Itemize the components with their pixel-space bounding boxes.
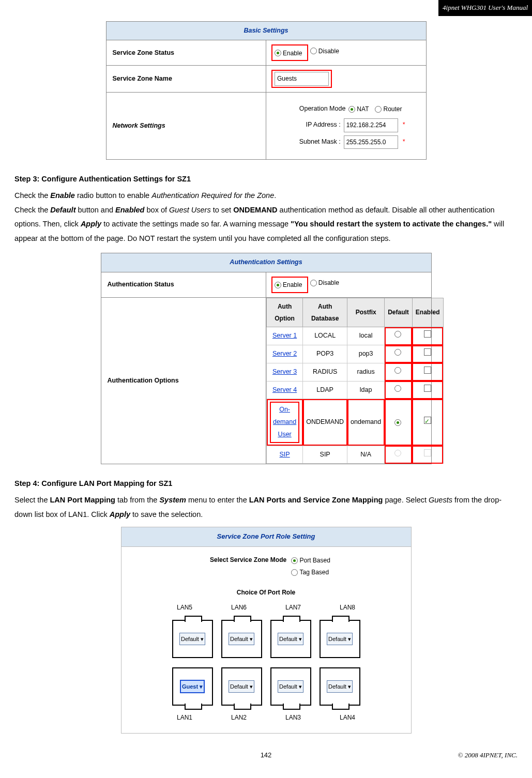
auth-default-cell (385, 363, 413, 381)
auth-option-link[interactable]: Server 4 (272, 386, 297, 393)
ip-address-label: IP Address : (279, 119, 341, 131)
auth-default-cell (385, 399, 413, 446)
port-zone-select[interactable]: Default ▾ (327, 680, 353, 693)
copyright: © 2008 4IPNET, INC. (424, 749, 518, 762)
port-zone-select[interactable]: Default ▾ (179, 633, 205, 646)
auth-postfix: ondemand (347, 399, 385, 446)
port-label: LAN4 (328, 712, 367, 724)
auth-options-label: Authentication Options (101, 297, 266, 464)
lan-port: Default ▾ (221, 667, 262, 706)
step3-body: Check the Enable radio button to enable … (14, 189, 518, 246)
auth-status-label: Authentication Status (101, 272, 266, 297)
auth-enabled-cell (412, 345, 443, 363)
auth-enabled-cell (412, 381, 443, 399)
auth-enabled-checkbox[interactable] (424, 348, 431, 356)
port-label: LAN6 (220, 602, 259, 614)
col-enabled: Enabled (412, 298, 443, 327)
port-zone-select[interactable]: Default ▾ (229, 633, 254, 646)
auth-enabled-cell (412, 363, 443, 381)
auth-option-link[interactable]: On-demand User (273, 406, 296, 438)
auth-row: Server 4LDAPldap (267, 381, 444, 399)
lan-port: Default ▾ (270, 620, 311, 658)
port-zone-select[interactable]: Default ▾ (229, 680, 254, 693)
port-zone-select[interactable]: Guest ▾ (180, 680, 205, 694)
auth-default-radio[interactable] (394, 349, 401, 356)
choice-of-port-role-label: Choice Of Port Role (121, 587, 411, 599)
mode-port-based-radio[interactable]: Port Based (291, 555, 330, 567)
auth-db: POP3 (303, 345, 347, 363)
auth-options-table: Auth Option Auth Database Postfix Defaul… (266, 298, 444, 464)
auth-postfix: ldap (347, 381, 385, 399)
auth-postfix: radius (347, 363, 385, 381)
port-zone-select[interactable]: Default ▾ (278, 633, 303, 646)
opmode-router-radio[interactable]: Router (375, 103, 402, 115)
port-role-panel: Service Zone Port Role Setting Select Se… (121, 527, 412, 734)
basic-settings-panel: Basic Settings Service Zone Status Enabl… (106, 21, 427, 160)
auth-db: ONDEMAND (303, 399, 347, 446)
auth-enabled-checkbox[interactable] (424, 417, 431, 424)
auth-enabled-cell (412, 446, 443, 464)
col-auth-option: Auth Option (267, 298, 303, 327)
auth-status-enable-radio[interactable]: Enable (275, 279, 302, 291)
auth-enabled-checkbox[interactable] (424, 367, 431, 374)
auth-settings-panel: Authentication Settings Authentication S… (101, 253, 432, 464)
operation-mode-label: Operation Mode (283, 103, 345, 115)
col-postfix: Postfix (347, 298, 385, 327)
auth-default-radio[interactable] (394, 331, 401, 338)
auth-enabled-checkbox[interactable] (424, 385, 431, 392)
port-label: LAN1 (165, 712, 204, 724)
subnet-mask-input[interactable]: 255.255.255.0 (344, 135, 398, 149)
auth-option-link[interactable]: Server 3 (272, 368, 297, 375)
auth-db: LOCAL (303, 327, 347, 345)
page-number: 142 (108, 749, 424, 762)
service-zone-name-input[interactable]: Guests (275, 72, 329, 86)
auth-enabled-checkbox[interactable] (424, 330, 431, 338)
subnet-mask-label: Subnet Mask : (279, 136, 341, 148)
auth-settings-title: Authentication Settings (101, 253, 431, 272)
auth-default-radio[interactable] (394, 419, 401, 426)
port-label: LAN3 (274, 712, 313, 724)
col-auth-database: Auth Database (303, 298, 347, 327)
auth-option-link[interactable]: Server 1 (272, 332, 297, 339)
opmode-nat-radio[interactable]: NAT (348, 103, 369, 115)
auth-enabled-cell (412, 399, 443, 446)
port-zone-select[interactable]: Default ▾ (278, 680, 303, 693)
auth-db: SIP (303, 446, 347, 464)
service-zone-status-label: Service Zone Status (106, 40, 266, 66)
lan-port: Default ▾ (320, 620, 360, 658)
ip-address-input[interactable]: 192.168.2.254 (344, 118, 398, 132)
manual-title: 4ipnet WHG301 User's Manual (438, 0, 532, 16)
auth-db: RADIUS (303, 363, 347, 381)
auth-default-cell (385, 381, 413, 399)
auth-option-link[interactable]: SIP (280, 451, 290, 458)
auth-postfix: N/A (347, 446, 385, 464)
auth-db: LDAP (303, 381, 347, 399)
port-label: LAN5 (165, 602, 204, 614)
network-settings-label: Network Settings (106, 93, 266, 160)
service-zone-name-label: Service Zone Name (106, 66, 266, 93)
col-default: Default (385, 298, 413, 327)
auth-row: Server 2POP3pop3 (267, 345, 444, 363)
sz-status-enable-radio[interactable]: Enable (275, 48, 302, 59)
basic-settings-title: Basic Settings (106, 21, 426, 40)
lan-port: Default ▾ (270, 667, 311, 706)
port-label: LAN2 (220, 712, 259, 724)
auth-default-radio[interactable] (394, 367, 401, 374)
port-zone-select[interactable]: Default ▾ (327, 633, 353, 646)
lan-port: Default ▾ (320, 667, 360, 706)
mode-tag-based-radio[interactable]: Tag Based (291, 567, 329, 578)
auth-option-link[interactable]: Server 2 (272, 350, 297, 357)
auth-postfix: local (347, 327, 385, 345)
service-zone-mode-label: Select Service Zone Mode (199, 554, 286, 566)
step4-body: Select the LAN Port Mapping tab from the… (14, 493, 518, 522)
auth-default-radio[interactable] (394, 385, 401, 392)
lan-port: Default ▾ (221, 620, 262, 658)
auth-status-disable-radio[interactable]: Disable (310, 277, 339, 289)
sz-status-disable-radio[interactable]: Disable (310, 45, 339, 57)
auth-postfix: pop3 (347, 345, 385, 363)
step3-heading: Step 3: Configure Authentication Setting… (14, 172, 518, 187)
auth-default-cell (385, 327, 413, 345)
auth-enabled-cell (412, 327, 443, 345)
auth-row: Server 1LOCALlocal (267, 327, 444, 345)
port-label: LAN7 (274, 602, 313, 614)
